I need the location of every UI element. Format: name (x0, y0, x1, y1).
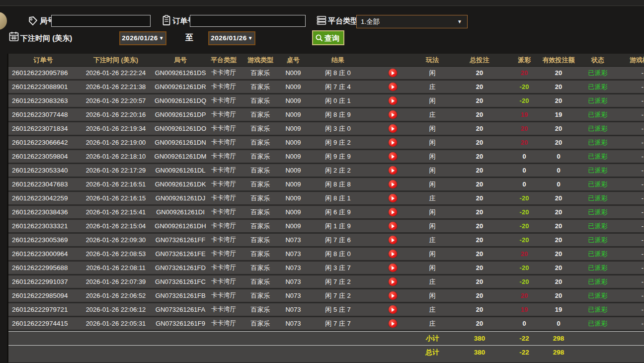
game-mode-cell: - (618, 139, 644, 146)
play-triangle (392, 85, 395, 89)
payout-cell: 0 (509, 167, 539, 174)
payout-cell: 0 (509, 153, 539, 160)
game-type-cell: 百家乐 (240, 152, 281, 161)
play-video-icon[interactable] (389, 69, 397, 77)
play-video-icon[interactable] (389, 166, 397, 175)
game-mode-cell: - (618, 111, 644, 118)
play-video-icon[interactable] (389, 305, 397, 314)
game-mode-cell: - (618, 264, 644, 272)
play-cell (370, 236, 415, 244)
platform-type-select[interactable]: 1.全部 ▼ (356, 15, 468, 28)
bet-time-cell: 2026-01-26 22:21:38 (78, 83, 154, 91)
status-cell: 已派彩 (578, 69, 618, 78)
result-cell: 闲 8 庄 8 (306, 180, 370, 189)
table-number-cell: N009 (281, 125, 306, 132)
game-mode-cell: - (618, 125, 644, 132)
status-cell: 已派彩 (578, 83, 618, 91)
subtotal-valid-bet: 298 (539, 335, 578, 342)
bet-time-cell: 2026-01-26 22:15:41 (78, 208, 154, 216)
table-number-cell: N073 (281, 292, 306, 299)
bet-type-cell: 庄 (415, 319, 450, 328)
platform-type-cell: 卡卡湾厅 (207, 277, 240, 286)
play-video-icon[interactable] (389, 138, 397, 147)
play-cell (370, 124, 415, 133)
table-number-cell: N009 (281, 181, 306, 188)
total-bet-cell: 20 (450, 83, 509, 91)
date-from-picker[interactable]: 2026/01/26▼ (119, 31, 166, 45)
play-video-icon[interactable] (389, 110, 397, 119)
bet-time-cell: 2026-01-26 22:16:15 (78, 194, 154, 202)
play-video-icon[interactable] (389, 96, 397, 105)
game-type-cell: 百家乐 (240, 222, 281, 231)
order-number-cell: 260126223053340 (8, 167, 78, 174)
clipboard-icon (162, 15, 171, 26)
game-mode-cell: - (618, 236, 644, 244)
table-number-cell: N009 (281, 167, 306, 174)
game-type-cell: 百家乐 (240, 291, 281, 300)
bet-time-cell: 2026-01-26 22:19:00 (78, 139, 154, 146)
orders-table-body: 2601262230957862026-01-26 22:22:24GN0092… (8, 67, 644, 331)
result-cell: 闲 8 庄 1 (306, 194, 370, 203)
table-row: 2601262230476832026-01-26 22:16:51GN0092… (8, 178, 644, 192)
game-type-cell: 百家乐 (240, 83, 281, 91)
game-mode-cell: - (618, 250, 644, 258)
bet-type-cell: 闲 (415, 180, 450, 189)
platform-type-cell: 卡卡湾厅 (207, 222, 240, 230)
search-button[interactable]: 查询 (312, 30, 344, 45)
play-cell (370, 319, 415, 328)
order-number-cell: 260126223033321 (8, 222, 78, 230)
order-number-input[interactable] (190, 15, 306, 27)
table-row: 2601262229910372026-01-26 22:07:39GN0732… (8, 275, 644, 289)
table-number-cell: N009 (281, 111, 306, 118)
bet-time-cell: 2026-01-26 22:22:24 (78, 69, 154, 77)
play-cell (370, 208, 415, 216)
status-cell: 已派彩 (578, 250, 618, 259)
bet-type-cell: 闲 (415, 96, 450, 105)
play-video-icon[interactable] (389, 124, 397, 133)
status-cell: 已派彩 (578, 208, 618, 217)
play-video-icon[interactable] (389, 236, 397, 244)
payout-cell: 20 (509, 69, 539, 77)
play-triangle (392, 308, 395, 312)
play-video-icon[interactable] (389, 208, 397, 216)
play-video-icon[interactable] (389, 264, 397, 272)
round-number-cell: GN009261261DQ (154, 97, 207, 104)
play-triangle (392, 252, 395, 256)
side-panel-handle[interactable] (0, 12, 7, 30)
play-video-icon[interactable] (389, 152, 397, 161)
platform-type-cell: 卡卡湾厅 (207, 319, 240, 328)
round-number-input[interactable] (51, 15, 151, 27)
total-bet-cell: 20 (450, 208, 509, 216)
date-to-picker[interactable]: 2026/01/26▼ (208, 31, 255, 45)
play-video-icon[interactable] (389, 277, 397, 286)
header-payout: 派彩 (509, 56, 539, 65)
play-video-icon[interactable] (389, 222, 397, 230)
round-number-cell: GN073261261FC (154, 278, 207, 285)
table-number-cell: N009 (281, 194, 306, 202)
platform-type-label: 平台类型 (328, 15, 358, 27)
play-video-icon[interactable] (389, 180, 397, 188)
play-video-icon[interactable] (389, 250, 397, 258)
order-number-cell: 260126223059804 (8, 153, 78, 160)
valid-bet-cell: 0 (539, 320, 578, 327)
play-triangle (392, 99, 395, 103)
play-video-icon[interactable] (389, 319, 397, 328)
round-number-cell: GN073261261F9 (154, 320, 207, 327)
valid-bet-cell: 20 (539, 236, 578, 244)
table-number-cell: N073 (281, 306, 306, 313)
bet-type-cell: 闲 (415, 124, 450, 133)
bet-time-cell: 2026-01-26 22:20:16 (78, 111, 154, 118)
result-cell: 闲 7 庄 7 (306, 319, 370, 328)
valid-bet-cell: 20 (539, 250, 578, 258)
total-bet-cell: 20 (450, 222, 509, 230)
bet-type-cell: 闲 (415, 152, 450, 161)
play-video-icon[interactable] (389, 83, 397, 91)
top-strip (0, 0, 644, 6)
payout-cell: 20 (509, 250, 539, 258)
round-number-cell: GN073261261FF (154, 236, 207, 244)
bet-time-cell: 2026-01-26 22:16:51 (78, 181, 154, 188)
game-mode-cell: - (618, 208, 644, 216)
play-video-icon[interactable] (389, 291, 397, 300)
total-bet-cell: 20 (450, 278, 509, 285)
play-video-icon[interactable] (389, 194, 397, 202)
